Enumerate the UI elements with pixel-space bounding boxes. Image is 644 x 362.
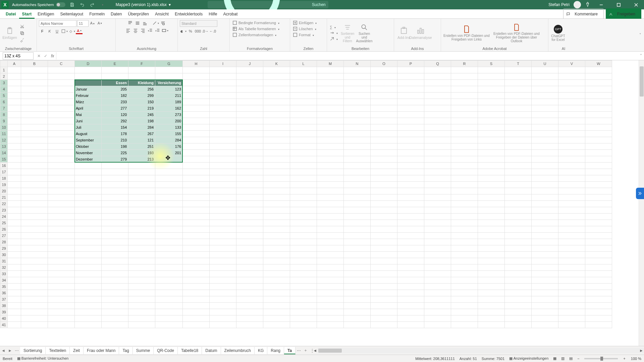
cell-V9[interactable] — [558, 118, 585, 124]
cell-E38[interactable] — [102, 303, 128, 309]
cell-N6[interactable] — [344, 99, 371, 105]
cell-U38[interactable] — [532, 303, 558, 309]
cell-P41[interactable] — [397, 322, 424, 328]
cell-P1[interactable] — [397, 67, 424, 73]
cell-G30[interactable] — [155, 252, 183, 258]
cell-W35[interactable] — [585, 284, 612, 290]
cell-N5[interactable] — [344, 93, 371, 99]
cell-S14[interactable] — [478, 150, 505, 156]
cell-M18[interactable] — [317, 175, 344, 182]
cell-J5[interactable] — [236, 93, 263, 99]
cell-Q28[interactable] — [424, 239, 451, 245]
cell-H3[interactable] — [183, 80, 210, 86]
cell-P7[interactable] — [397, 105, 424, 112]
cell-S20[interactable] — [478, 188, 505, 194]
cell-E39[interactable] — [102, 309, 128, 315]
cell-M12[interactable] — [317, 137, 344, 143]
cell-K15[interactable] — [263, 156, 290, 163]
cell-M23[interactable] — [317, 207, 344, 214]
cell-W12[interactable] — [585, 137, 612, 143]
cell-I24[interactable] — [210, 214, 236, 220]
cell-B40[interactable] — [21, 315, 48, 322]
cell-T15[interactable] — [505, 156, 532, 163]
cell-Q32[interactable] — [424, 264, 451, 271]
cell-Q20[interactable] — [424, 188, 451, 194]
cell-I22[interactable] — [210, 201, 236, 207]
cell-G14[interactable]: 201 — [155, 150, 183, 156]
cell-U21[interactable] — [532, 194, 558, 201]
cell-C37[interactable] — [48, 296, 75, 303]
tab-seitenlayout[interactable]: Seitenlayout — [57, 9, 86, 19]
cell-N32[interactable] — [344, 264, 371, 271]
cell-H4[interactable] — [183, 86, 210, 93]
cell-I12[interactable] — [210, 137, 236, 143]
percent-icon[interactable]: % — [187, 28, 194, 34]
cell-H36[interactable] — [183, 290, 210, 296]
row-header-36[interactable]: 36 — [0, 290, 8, 296]
cell-D25[interactable] — [75, 220, 102, 226]
cell-P33[interactable] — [397, 271, 424, 277]
cell-U32[interactable] — [532, 264, 558, 271]
row-header-1[interactable]: 1 — [0, 67, 8, 73]
sheet-tab-summe[interactable]: Summe — [133, 347, 154, 354]
cell-M7[interactable] — [317, 105, 344, 112]
as-table-button[interactable]: Als Tabelle formatieren — [232, 26, 280, 32]
cell-R40[interactable] — [451, 315, 478, 322]
cell-S2[interactable] — [478, 73, 505, 80]
cell-P17[interactable] — [397, 169, 424, 175]
cell-P2[interactable] — [397, 73, 424, 80]
cell-N22[interactable] — [344, 201, 371, 207]
cell-B23[interactable] — [21, 207, 48, 214]
cell-K36[interactable] — [263, 290, 290, 296]
cell-T7[interactable] — [505, 105, 532, 112]
cell-W2[interactable] — [585, 73, 612, 80]
cell-C22[interactable] — [48, 201, 75, 207]
cell-P12[interactable] — [397, 137, 424, 143]
cell-F4[interactable]: 256 — [128, 86, 155, 93]
cell-L35[interactable] — [290, 284, 317, 290]
cell-L17[interactable] — [290, 169, 317, 175]
cell-S23[interactable] — [478, 207, 505, 214]
cell-B13[interactable] — [21, 143, 48, 150]
cell-P15[interactable] — [397, 156, 424, 163]
cell-R41[interactable] — [451, 322, 478, 328]
cell-E33[interactable] — [102, 271, 128, 277]
cell-K6[interactable] — [263, 99, 290, 105]
cell-I31[interactable] — [210, 258, 236, 264]
merge-icon[interactable] — [162, 27, 168, 34]
cell-A17[interactable] — [8, 169, 21, 175]
col-header-H[interactable]: H — [183, 61, 210, 67]
cell-E36[interactable] — [102, 290, 128, 296]
cell-F35[interactable] — [128, 284, 155, 290]
cell-J32[interactable] — [236, 264, 263, 271]
cell-T24[interactable] — [505, 214, 532, 220]
cell-O2[interactable] — [371, 73, 397, 80]
cell-L34[interactable] — [290, 277, 317, 284]
cell-T25[interactable] — [505, 220, 532, 226]
cell-N18[interactable] — [344, 175, 371, 182]
cell-A14[interactable] — [8, 150, 21, 156]
cell-V27[interactable] — [558, 233, 585, 239]
cell-A28[interactable] — [8, 239, 21, 245]
cell-S33[interactable] — [478, 271, 505, 277]
cell-B37[interactable] — [21, 296, 48, 303]
col-header-T[interactable]: T — [505, 61, 532, 67]
cell-B18[interactable] — [21, 175, 48, 182]
cell-T17[interactable] — [505, 169, 532, 175]
cell-A29[interactable] — [8, 245, 21, 252]
row-header-27[interactable]: 27 — [0, 233, 8, 239]
col-header-S[interactable]: S — [478, 61, 505, 67]
cell-B2[interactable] — [21, 73, 48, 80]
cell-G39[interactable] — [155, 309, 183, 315]
cell-G22[interactable] — [155, 201, 183, 207]
cell-E29[interactable] — [102, 245, 128, 252]
cell-L18[interactable] — [290, 175, 317, 182]
align-bot-icon[interactable] — [142, 20, 148, 26]
cell-E7[interactable]: 277 — [102, 105, 128, 112]
cell-F37[interactable] — [128, 296, 155, 303]
cell-N31[interactable] — [344, 258, 371, 264]
align-center-icon[interactable] — [132, 27, 139, 34]
cell-T34[interactable] — [505, 277, 532, 284]
cell-B22[interactable] — [21, 201, 48, 207]
cell-G9[interactable]: 200 — [155, 118, 183, 124]
